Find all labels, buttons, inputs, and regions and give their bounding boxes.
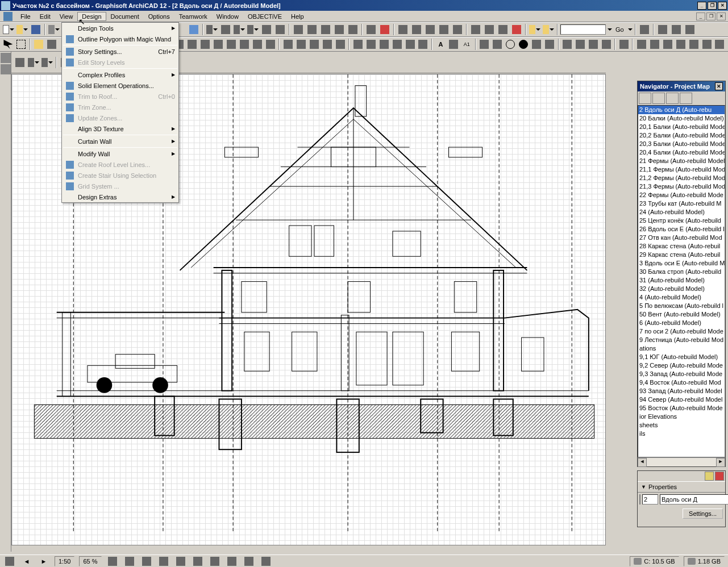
- t2-h[interactable]: [265, 38, 277, 51]
- view3d-button[interactable]: [33, 38, 45, 51]
- tool-n[interactable]: [397, 23, 409, 36]
- maximize-button[interactable]: ❐: [708, 2, 717, 10]
- side-tool-1[interactable]: [1, 53, 11, 63]
- t2-af[interactable]: [600, 38, 612, 51]
- menu-design[interactable]: Design: [77, 12, 106, 21]
- navigator-item[interactable]: ior Elevations: [638, 412, 725, 421]
- t2-r[interactable]: [404, 38, 416, 51]
- sb-btn-9[interactable]: [226, 555, 238, 568]
- navigator-item[interactable]: ils: [638, 430, 725, 438]
- navigator-item[interactable]: 24 (Auto-rebuild Model): [638, 208, 725, 216]
- sb-btn-8[interactable]: [209, 555, 221, 568]
- settings-button[interactable]: Settings...: [683, 508, 723, 519]
- t2-i[interactable]: [282, 38, 294, 51]
- menu-item[interactable]: Solid Element Operations...: [62, 80, 178, 91]
- t2-ak[interactable]: [675, 38, 687, 51]
- prop-id-input[interactable]: [642, 494, 658, 505]
- prop-action-2[interactable]: [715, 472, 724, 481]
- t2-t[interactable]: A: [435, 38, 447, 51]
- tool-b[interactable]: [219, 23, 232, 36]
- navigator-item[interactable]: 20,2 Балки (Auto-rebuild Mode: [638, 131, 725, 140]
- t2-ah[interactable]: [635, 38, 647, 51]
- sb-btn-5[interactable]: [157, 555, 170, 568]
- open-button[interactable]: [16, 23, 28, 36]
- navigator-scrollbar[interactable]: ◄ ►: [638, 457, 725, 466]
- navigator-item[interactable]: 22 Фермы (Auto-rebuild Mode: [638, 191, 725, 199]
- t2-q[interactable]: [391, 38, 403, 51]
- navigator-item[interactable]: 5 По велюксам (Auto-rebuild l: [638, 302, 725, 310]
- navigator-item[interactable]: 9,1 ЮГ (Auto-rebuild Model): [638, 353, 725, 361]
- menu-item[interactable]: Story Settings...Ctrl+7: [62, 46, 178, 57]
- sb-btn-10[interactable]: [243, 555, 255, 568]
- tool-h[interactable]: [306, 23, 318, 36]
- t2-ad[interactable]: [574, 38, 586, 51]
- navigator-item[interactable]: 30 Балка строп (Auto-rebuild: [638, 268, 725, 276]
- navigator-item[interactable]: 20 Балки (Auto-rebuild Model): [638, 114, 725, 123]
- t2-n[interactable]: [352, 38, 364, 51]
- tool-i[interactable]: [319, 23, 332, 36]
- scroll-right-button[interactable]: ►: [716, 458, 725, 467]
- chevron-down-icon[interactable]: ▼: [641, 484, 646, 490]
- t2-x[interactable]: [492, 38, 504, 51]
- tool-y[interactable]: [638, 23, 651, 36]
- navigator-item[interactable]: 26 Вдоль оси Е (Auto-rebuild l: [638, 225, 725, 234]
- navigator-item[interactable]: 28 Каркас стена (Auto-rebuil: [638, 242, 725, 251]
- scale-display[interactable]: 1:50: [55, 556, 74, 566]
- t3-b[interactable]: [27, 56, 40, 69]
- t2-j[interactable]: [295, 38, 307, 51]
- menu-help[interactable]: Help: [286, 12, 309, 21]
- navigator-item[interactable]: 29 Каркас стена (Auto-rebuil: [638, 251, 725, 259]
- navigator-item[interactable]: 7 по оси 2 (Auto-rebuild Mode: [638, 327, 725, 336]
- tool-e[interactable]: [260, 23, 273, 36]
- menu-objective[interactable]: OBJECTiVE: [243, 12, 286, 21]
- tool-t[interactable]: [483, 23, 496, 36]
- marquee-tool[interactable]: [15, 38, 27, 51]
- print-button[interactable]: [48, 23, 60, 36]
- navigator-item[interactable]: sheets: [638, 421, 725, 430]
- t2-e[interactable]: [226, 38, 238, 51]
- t2-ab[interactable]: [544, 38, 556, 51]
- t3-c[interactable]: [41, 56, 53, 69]
- navigator-list[interactable]: 2 Вдоль оси Д (Auto-rebu20 Балки (Auto-r…: [638, 105, 725, 457]
- navigator-item[interactable]: 9,3 Запад (Auto-rebuild Mode: [638, 370, 725, 378]
- navigator-item[interactable]: 21,3 Фермы (Auto-rebuild Mod: [638, 182, 725, 191]
- prop-action-1[interactable]: [705, 472, 714, 481]
- new-button[interactable]: [2, 23, 15, 36]
- sb-btn-11[interactable]: [260, 555, 272, 568]
- t2-z[interactable]: [518, 38, 530, 51]
- nav-tab-4[interactable]: [680, 93, 692, 104]
- menu-item[interactable]: Align 3D Texture▶: [62, 123, 178, 134]
- tool-j[interactable]: [333, 23, 346, 36]
- tool-u[interactable]: [497, 23, 509, 36]
- tool-ab[interactable]: [684, 23, 696, 36]
- navigator-item[interactable]: 9,2 Север (Auto-rebuild Mode: [638, 361, 725, 370]
- doc-restore-button[interactable]: ❐: [706, 12, 715, 20]
- navigator-item[interactable]: 9,4 Восток (Auto-rebuild Mod: [638, 378, 725, 387]
- t2-p[interactable]: [378, 38, 390, 51]
- t2-an[interactable]: [714, 38, 726, 51]
- address-input[interactable]: [560, 24, 606, 35]
- navigator-item[interactable]: 93 Запад (Auto-rebuild Model: [638, 387, 725, 395]
- navigator-item[interactable]: 2 Вдоль оси Д (Auto-rebu: [638, 106, 725, 114]
- t2-o[interactable]: [365, 38, 377, 51]
- tool-x[interactable]: [542, 23, 555, 36]
- tool-c[interactable]: [233, 23, 246, 36]
- undo-button[interactable]: [188, 23, 200, 36]
- tool-q[interactable]: [438, 23, 450, 36]
- t2-ai[interactable]: [648, 38, 660, 51]
- sb-btn-4[interactable]: [140, 555, 153, 568]
- menu-item[interactable]: Complex Profiles▶: [62, 69, 178, 80]
- menu-document[interactable]: Document: [106, 12, 144, 21]
- navigator-item[interactable]: 3 Вдоль оси Е (Auto-rebuild M: [638, 259, 725, 268]
- tool-w[interactable]: [529, 23, 541, 36]
- tool-o[interactable]: [410, 23, 423, 36]
- menu-item[interactable]: Design Extras▶: [62, 191, 178, 202]
- nav-tab-3[interactable]: [666, 93, 679, 104]
- t2-u[interactable]: [448, 38, 460, 51]
- tool-z[interactable]: [656, 23, 669, 36]
- tool-d[interactable]: [247, 23, 259, 36]
- t2-f[interactable]: [239, 38, 251, 51]
- menu-view[interactable]: View: [55, 12, 78, 21]
- tool-l[interactable]: [365, 23, 377, 36]
- navigator-item[interactable]: 50 Вент (Auto-rebuild Model): [638, 310, 725, 319]
